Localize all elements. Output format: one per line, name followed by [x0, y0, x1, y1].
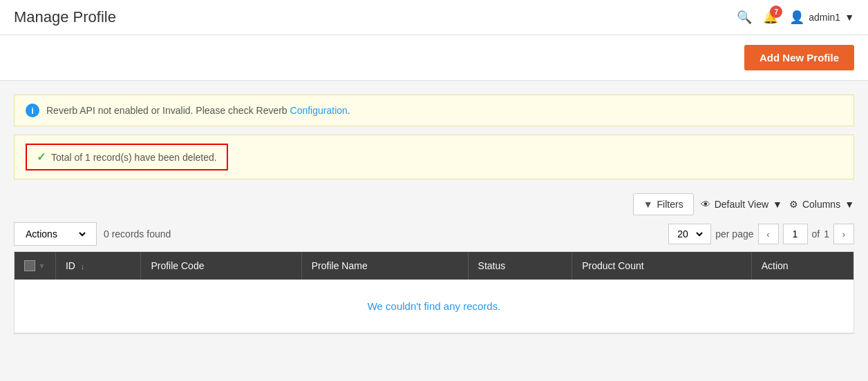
checkbox-dropdown-icon[interactable]: ▼ [38, 262, 46, 270]
records-found: 0 records found [104, 228, 171, 240]
prev-page-button[interactable]: ‹ [758, 224, 779, 244]
th-action: Action [751, 252, 853, 280]
filters-label: Filters [657, 199, 683, 210]
actions-left: Actions 0 records found [14, 222, 171, 246]
table-wrapper: ▼ ID ↓ Profile Code Profile Name Status … [14, 251, 854, 334]
sort-icon: ↓ [81, 262, 85, 271]
gear-icon: ⚙ [789, 199, 798, 210]
columns-label: Columns [802, 199, 840, 210]
default-view-label: Default View [715, 199, 768, 210]
page-number-input[interactable] [783, 224, 808, 244]
th-product-count: Product Count [572, 252, 752, 280]
info-notice-text: Reverb API not enabled or Invalid. Pleas… [46, 105, 350, 116]
total-pages: 1 [824, 228, 829, 240]
th-profile-code: Profile Code [141, 252, 301, 280]
controls-row: ▼ Filters 👁 Default View ▼ ⚙ Columns ▼ [14, 193, 854, 215]
per-page-label: per page [715, 228, 753, 240]
search-icon: 🔍 [737, 10, 752, 24]
info-notice: i Reverb API not enabled or Invalid. Ple… [14, 95, 854, 126]
select-all-checkbox[interactable] [24, 260, 35, 271]
actions-row: Actions 0 records found 20 50 100 per pa… [14, 222, 854, 246]
configuration-link[interactable]: Configuration [290, 105, 348, 116]
pagination: 20 50 100 per page ‹ of 1 › [668, 224, 854, 244]
search-button[interactable]: 🔍 [737, 10, 752, 25]
no-records-cell: We couldn't find any records. [15, 280, 853, 333]
columns-button[interactable]: ⚙ Columns ▼ [789, 199, 854, 210]
of-label: of [812, 228, 820, 240]
page-header: Manage Profile 🔍 🔔 7 👤 admin1 ▼ [0, 0, 868, 35]
default-view-button[interactable]: 👁 Default View ▼ [701, 199, 782, 210]
actions-select-input[interactable]: Actions [23, 228, 88, 240]
th-profile-name: Profile Name [301, 252, 468, 280]
toolbar-bar: Add New Profile [0, 35, 868, 81]
page-size-dropdown[interactable]: 20 50 100 [668, 224, 711, 244]
user-menu-button[interactable]: 👤 admin1 ▼ [789, 10, 854, 25]
user-avatar-icon: 👤 [789, 10, 804, 25]
th-id: ID ↓ [55, 252, 141, 280]
actions-dropdown[interactable]: Actions [14, 222, 97, 246]
page-size-select-input[interactable]: 20 50 100 [674, 228, 705, 240]
next-page-button[interactable]: › [833, 224, 854, 244]
success-box: ✓ Total of 1 record(s) have been deleted… [26, 144, 228, 170]
th-status: Status [468, 252, 572, 280]
check-icon: ✓ [37, 150, 46, 164]
notification-button[interactable]: 🔔 7 [763, 10, 778, 25]
main-content: i Reverb API not enabled or Invalid. Ple… [0, 81, 868, 348]
eye-icon: 👁 [701, 199, 710, 210]
filters-button[interactable]: ▼ Filters [633, 193, 694, 215]
no-records-row: We couldn't find any records. [15, 280, 853, 333]
th-checkbox: ▼ [15, 252, 55, 280]
filter-icon: ▼ [643, 199, 653, 210]
success-notice: ✓ Total of 1 record(s) have been deleted… [14, 135, 854, 179]
view-chevron-icon: ▼ [773, 199, 782, 210]
success-text: Total of 1 record(s) have been deleted. [51, 152, 217, 163]
user-name: admin1 [809, 12, 840, 23]
columns-chevron-icon: ▼ [845, 199, 854, 210]
info-icon: i [26, 104, 39, 117]
notification-badge: 7 [770, 6, 782, 18]
header-actions: 🔍 🔔 7 👤 admin1 ▼ [737, 10, 854, 25]
add-new-profile-button[interactable]: Add New Profile [744, 45, 854, 70]
table-header-row: ▼ ID ↓ Profile Code Profile Name Status … [15, 252, 853, 280]
profiles-table: ▼ ID ↓ Profile Code Profile Name Status … [15, 252, 853, 333]
page-title: Manage Profile [14, 8, 116, 26]
user-menu-chevron-icon: ▼ [845, 12, 854, 23]
